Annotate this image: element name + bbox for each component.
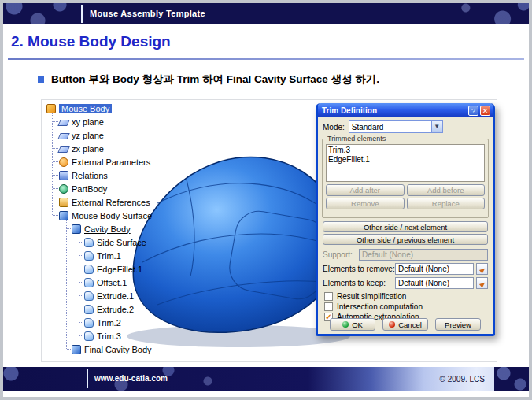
checkbox-label: Intersection computation [337, 302, 423, 311]
mode-label: Mode: [323, 123, 345, 131]
cancel-label: Cancel [398, 320, 422, 329]
dialog-body: Mode: Standard ▼ Trimmed elements Trim.3… [318, 117, 493, 334]
intersection-computation-checkbox[interactable]: Intersection computation [324, 302, 423, 311]
tree-item-extrude-2[interactable]: Extrude.2 [46, 302, 204, 316]
footer-accent-line [87, 369, 88, 388]
tree-item-zx-plane[interactable]: zx plane [46, 142, 204, 155]
body-icon [59, 211, 68, 220]
product-root-icon [46, 104, 56, 113]
ok-label: OK [352, 320, 363, 329]
surface-feature-icon [84, 305, 94, 314]
presentation-slide: Mouse Assembly Template 2. Mouse Body De… [0, 0, 532, 400]
title-divider [8, 58, 524, 60]
dialog-footer: OK Cancel Preview [318, 318, 493, 331]
external-references-icon [59, 198, 68, 207]
page-title: 2. Mouse Body Design [11, 33, 171, 50]
tree-item-trim-1[interactable]: Trim.1 [46, 249, 204, 262]
tree-item-relations[interactable]: Relations [46, 169, 204, 182]
replace-button[interactable]: Replace [407, 198, 486, 209]
parameters-icon [59, 157, 68, 167]
surface-feature-icon [84, 251, 94, 261]
surface-feature-icon [84, 331, 94, 341]
elements-to-remove-field[interactable]: Default (None) [395, 263, 474, 275]
element-buttons: Add after Add before Remove Replace [326, 184, 485, 209]
surface-feature-icon [84, 291, 94, 301]
plane-icon [57, 146, 70, 153]
trimmed-elements-group: Trimmed elements Trim.3 EdgeFillet.1 Add… [322, 135, 489, 218]
tree-item-final-cavity-body[interactable]: Final Cavity Body [46, 343, 204, 356]
tree-item-side-surface[interactable]: Side Surface [46, 235, 204, 249]
other-side-previous-button[interactable]: Other side / previous element [323, 234, 488, 245]
trimmed-elements-list[interactable]: Trim.3 EdgeFillet.1 [326, 144, 485, 182]
template-title: Mouse Assembly Template [90, 9, 205, 18]
mode-select[interactable]: Standard ▼ [349, 120, 443, 133]
surface-feature-icon [84, 238, 94, 247]
list-item[interactable]: Trim.3 [328, 146, 482, 155]
close-icon[interactable]: ✕ [480, 106, 490, 116]
surface-feature-icon [84, 265, 94, 274]
trim-definition-dialog: Trim Definition ? ✕ Mode: Standard ▼ Tri… [316, 103, 495, 336]
tree-item-external-parameters[interactable]: External Parameters [46, 155, 204, 169]
plane-icon [57, 120, 70, 126]
body-icon [72, 224, 81, 234]
cancel-button[interactable]: Cancel [382, 318, 428, 331]
partbody-icon [59, 184, 68, 194]
dialog-title: Trim Definition [320, 106, 467, 115]
elements-to-remove-label: Elements to remove: [323, 265, 395, 273]
surface-feature-icon [84, 278, 94, 287]
footer-bar: www.edu-catia.com © 2009. LCS [3, 367, 529, 391]
tree-item-cavity-body[interactable]: Cavity Body [46, 222, 204, 235]
tree-item-trim-2[interactable]: Trim.2 [46, 316, 204, 329]
element-picker-icon[interactable] [476, 277, 488, 289]
tree-item-yz-plane[interactable]: yz plane [46, 128, 204, 142]
tree-item-trim-3[interactable]: Trim.3 [46, 329, 204, 343]
support-label: Support: [323, 250, 359, 259]
ok-button[interactable]: OK [330, 318, 375, 331]
ok-icon [342, 321, 349, 328]
bullet-text: Button 부와 Body 형상과 Trim 하여 Final Cavity … [51, 72, 379, 87]
list-item[interactable]: EdgeFillet.1 [328, 155, 482, 165]
elements-to-keep-field[interactable]: Default (None) [395, 277, 474, 289]
remove-button[interactable]: Remove [326, 198, 405, 209]
checkbox-icon[interactable] [324, 292, 333, 301]
tree-item-partbody[interactable]: PartBody [46, 182, 204, 195]
tree-item-offset-1[interactable]: Offset.1 [46, 276, 204, 289]
result-simplification-checkbox[interactable]: Result simplification [324, 292, 406, 301]
header-accent-line [81, 5, 83, 23]
specification-tree[interactable]: Mouse Body xy plane yz plane zx plane Ex… [46, 102, 204, 356]
surface-feature-icon [84, 318, 94, 328]
chevron-down-icon[interactable]: ▼ [431, 121, 442, 132]
plane-icon [57, 133, 70, 139]
tree-item-external-references[interactable]: External References [46, 195, 204, 209]
footer-corner-decoration [494, 367, 529, 391]
element-picker-icon[interactable] [476, 263, 488, 275]
tree-item-mouse-body[interactable]: Mouse Body [46, 102, 204, 115]
preview-label: Preview [445, 320, 471, 329]
catia-3d-viewport[interactable]: Mouse Body xy plane yz plane zx plane Ex… [41, 99, 497, 362]
preview-button[interactable]: Preview [435, 318, 481, 331]
elements-to-keep-label: Elements to keep: [323, 279, 395, 287]
dialog-titlebar[interactable]: Trim Definition ? ✕ [318, 103, 493, 117]
tree-item-mouse-body-surface[interactable]: Mouse Body Surface [46, 209, 204, 222]
tree-item-extrude-1[interactable]: Extrude.1 [46, 289, 204, 302]
elements-to-remove-row: Elements to remove: Default (None) [323, 262, 488, 275]
body-icon [72, 345, 81, 354]
help-icon[interactable]: ? [468, 106, 478, 116]
tree-item-xy-plane[interactable]: xy plane [46, 115, 204, 128]
copyright-text: © 2009. LCS [440, 375, 485, 383]
support-row: Support: Default (None) [323, 248, 488, 261]
header-bar: Mouse Assembly Template [3, 3, 529, 24]
tree-item-edgefillet-1[interactable]: EdgeFillet.1 [46, 262, 204, 276]
relations-icon [59, 171, 68, 180]
bullet-row: Button 부와 Body 형상과 Trim 하여 Final Cavity … [38, 72, 379, 87]
elements-to-remove-value: Default (None) [398, 265, 449, 273]
checkbox-label: Result simplification [337, 292, 406, 301]
cancel-icon [389, 321, 395, 328]
website-link[interactable]: www.edu-catia.com [94, 374, 168, 383]
add-after-button[interactable]: Add after [326, 184, 405, 196]
other-side-next-button[interactable]: Other side / next element [323, 221, 488, 232]
add-before-button[interactable]: Add before [407, 184, 486, 196]
support-value: Default (None) [362, 250, 413, 259]
checkbox-icon[interactable] [324, 302, 333, 311]
elements-to-keep-row: Elements to keep: Default (None) [323, 276, 488, 289]
